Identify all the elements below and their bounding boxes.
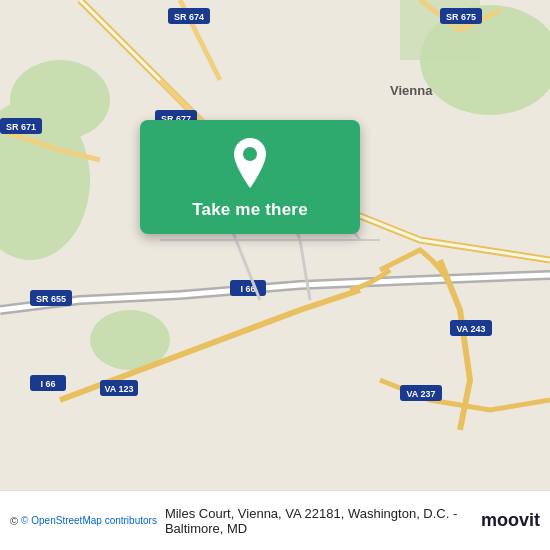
take-me-there-label: Take me there — [192, 200, 308, 220]
svg-text:I 66: I 66 — [40, 379, 55, 389]
svg-text:Vienna: Vienna — [390, 83, 433, 98]
moovit-logo: moovit — [481, 510, 540, 531]
svg-text:SR 675: SR 675 — [446, 12, 476, 22]
svg-point-27 — [243, 147, 257, 161]
osm-logo: © © OpenStreetMap contributors — [10, 515, 157, 527]
map-view: I 66 VA 123 VA 243 VA 237 SR 655 I 66 SR… — [0, 0, 550, 490]
location-pin-icon — [224, 138, 276, 190]
address-label: Miles Court, Vienna, VA 22181, Washingto… — [165, 506, 473, 536]
copyright-symbol: © — [10, 515, 18, 527]
svg-text:SR 674: SR 674 — [174, 12, 204, 22]
take-me-there-card[interactable]: Take me there — [140, 120, 360, 234]
svg-text:SR 655: SR 655 — [36, 294, 66, 304]
moovit-text: moovit — [481, 510, 540, 530]
osm-copyright-text[interactable]: © OpenStreetMap contributors — [21, 515, 157, 526]
svg-text:SR 671: SR 671 — [6, 122, 36, 132]
svg-text:VA 123: VA 123 — [104, 384, 133, 394]
svg-text:VA 237: VA 237 — [406, 389, 435, 399]
bottom-bar: © © OpenStreetMap contributors Miles Cou… — [0, 490, 550, 550]
svg-text:VA 243: VA 243 — [456, 324, 485, 334]
